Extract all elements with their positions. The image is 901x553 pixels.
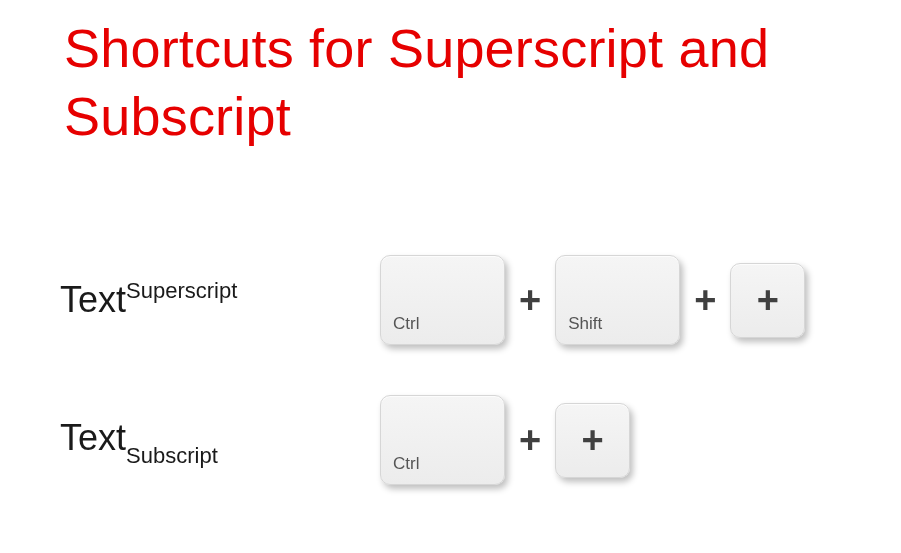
row-subscript: TextSubscript Ctrl + + — [60, 395, 630, 485]
example-superscript: TextSuperscript — [60, 279, 380, 321]
key-glyph-plus: + — [757, 281, 779, 319]
plus-icon: + — [515, 419, 545, 462]
key-glyph-plus: + — [582, 421, 604, 459]
example-subscript: TextSubscript — [60, 417, 380, 463]
key-ctrl: Ctrl — [380, 255, 505, 345]
key-ctrl: Ctrl — [380, 395, 505, 485]
keys-superscript: Ctrl + Shift + + — [380, 255, 805, 345]
plus-icon: + — [690, 279, 720, 322]
example-subscript-text: Subscript — [126, 443, 218, 468]
example-base-text: Text — [60, 417, 126, 458]
plus-icon: + — [515, 279, 545, 322]
key-label-ctrl: Ctrl — [393, 314, 419, 334]
keys-subscript: Ctrl + + — [380, 395, 630, 485]
row-superscript: TextSuperscript Ctrl + Shift + + — [60, 255, 805, 345]
example-base-text: Text — [60, 279, 126, 320]
page-title: Shortcuts for Superscript and Subscript — [64, 15, 901, 150]
key-plus: + — [730, 263, 805, 338]
key-plus: + — [555, 403, 630, 478]
example-superscript-text: Superscript — [126, 278, 237, 303]
key-shift: Shift — [555, 255, 680, 345]
key-label-shift: Shift — [568, 314, 602, 334]
key-label-ctrl: Ctrl — [393, 454, 419, 474]
